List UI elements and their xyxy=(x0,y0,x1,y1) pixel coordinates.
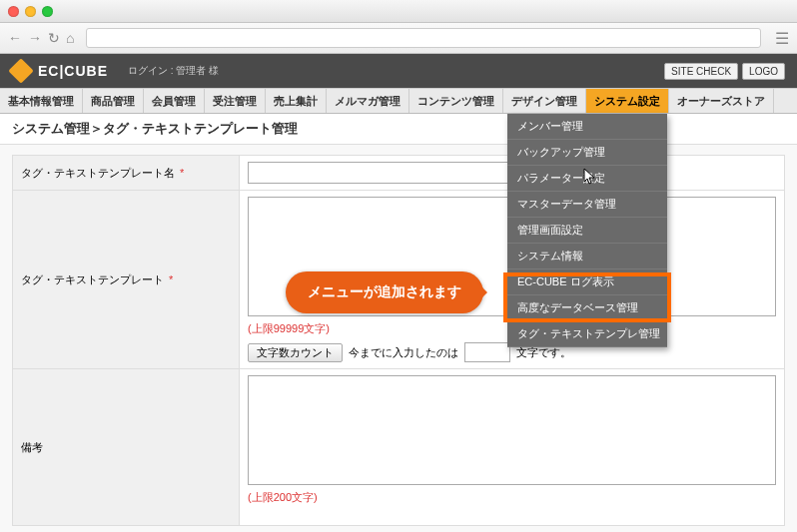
menu-order[interactable]: 受注管理 xyxy=(205,89,266,113)
label-memo: 備考 xyxy=(13,369,240,526)
menu-owners[interactable]: オーナーズストア xyxy=(669,89,774,113)
dd-masterdata[interactable]: マスターデータ管理 xyxy=(507,192,667,218)
reload-icon[interactable]: ↻ xyxy=(48,30,60,46)
app-header: EC|CUBE ログイン : 管理者 様 SITE CHECK LOGO xyxy=(0,54,797,88)
menu-mailmag[interactable]: メルマガ管理 xyxy=(327,89,409,113)
dd-systeminfo[interactable]: システム情報 xyxy=(507,244,667,269)
breadcrumb: システム管理＞タグ・テキストテンプレート管理 xyxy=(0,114,797,145)
url-bar[interactable] xyxy=(86,28,761,48)
back-icon[interactable]: ← xyxy=(8,30,22,46)
menu-basic[interactable]: 基本情報管理 xyxy=(0,89,83,113)
menu-contents[interactable]: コンテンツ管理 xyxy=(409,89,503,113)
system-dropdown: メンバー管理 バックアップ管理 パラメーター設定 マスターデータ管理 管理画面設… xyxy=(507,114,667,347)
home-icon[interactable]: ⌂ xyxy=(66,30,74,46)
form-table: タグ・テキストテンプレート名 * タグ・テキストテンプレート * xyxy=(12,155,785,526)
app: EC|CUBE ログイン : 管理者 様 SITE CHECK LOGO 基本情… xyxy=(0,54,797,532)
dd-parameter[interactable]: パラメーター設定 xyxy=(507,166,667,192)
count-field[interactable] xyxy=(464,342,510,362)
label-template-name: タグ・テキストテンプレート名 * xyxy=(13,156,240,191)
logo-icon xyxy=(8,58,33,83)
required-mark: * xyxy=(169,273,173,285)
logo-group: EC|CUBE ログイン : 管理者 様 xyxy=(12,62,219,80)
limit-label-2: (上限200文字) xyxy=(248,490,776,505)
forward-icon[interactable]: → xyxy=(28,30,42,46)
template-name-input[interactable] xyxy=(248,162,513,184)
count-prefix: 今までに入力したのは xyxy=(349,345,458,360)
browser-window: ← → ↻ ⌂ ☰ EC|CUBE ログイン : 管理者 様 SITE CHEC… xyxy=(0,0,797,532)
logo-text: EC|CUBE xyxy=(38,63,108,79)
menu-product[interactable]: 商品管理 xyxy=(83,89,144,113)
menu-icon[interactable]: ☰ xyxy=(775,29,789,48)
dd-member[interactable]: メンバー管理 xyxy=(507,114,667,140)
minimize-icon[interactable] xyxy=(25,6,36,17)
header-right: SITE CHECK LOGO xyxy=(664,63,785,80)
menu-system[interactable]: システム設定 xyxy=(586,89,669,113)
content: タグ・テキストテンプレート名 * タグ・テキストテンプレート * xyxy=(0,145,797,532)
site-check-button[interactable]: SITE CHECK xyxy=(664,63,738,80)
dd-adminscreen[interactable]: 管理画面設定 xyxy=(507,218,667,244)
dd-log[interactable]: EC-CUBE ログ表示 xyxy=(507,269,667,295)
browser-toolbar: ← → ↻ ⌂ ☰ xyxy=(0,23,797,54)
dd-advanced-db[interactable]: 高度なデータベース管理 xyxy=(507,295,667,321)
menu-design[interactable]: デザイン管理 xyxy=(503,89,586,113)
callout-bubble: メニューが追加されます xyxy=(286,271,483,313)
memo-input[interactable] xyxy=(248,375,776,485)
login-label: ログイン : 管理者 様 xyxy=(128,64,219,78)
label-template-body: タグ・テキストテンプレート * xyxy=(13,191,240,369)
required-mark: * xyxy=(180,167,184,179)
logout-button[interactable]: LOGO xyxy=(742,63,785,80)
dd-backup[interactable]: バックアップ管理 xyxy=(507,140,667,166)
count-button[interactable]: 文字数カウント xyxy=(248,343,343,362)
maximize-icon[interactable] xyxy=(42,6,53,17)
titlebar xyxy=(0,0,797,23)
main-menu: 基本情報管理 商品管理 会員管理 受注管理 売上集計 メルマガ管理 コンテンツ管… xyxy=(0,88,797,114)
dd-tag-template[interactable]: タグ・テキストテンプレ管理 xyxy=(507,321,667,347)
menu-sales[interactable]: 売上集計 xyxy=(266,89,327,113)
close-icon[interactable] xyxy=(8,6,19,17)
menu-member[interactable]: 会員管理 xyxy=(144,89,205,113)
